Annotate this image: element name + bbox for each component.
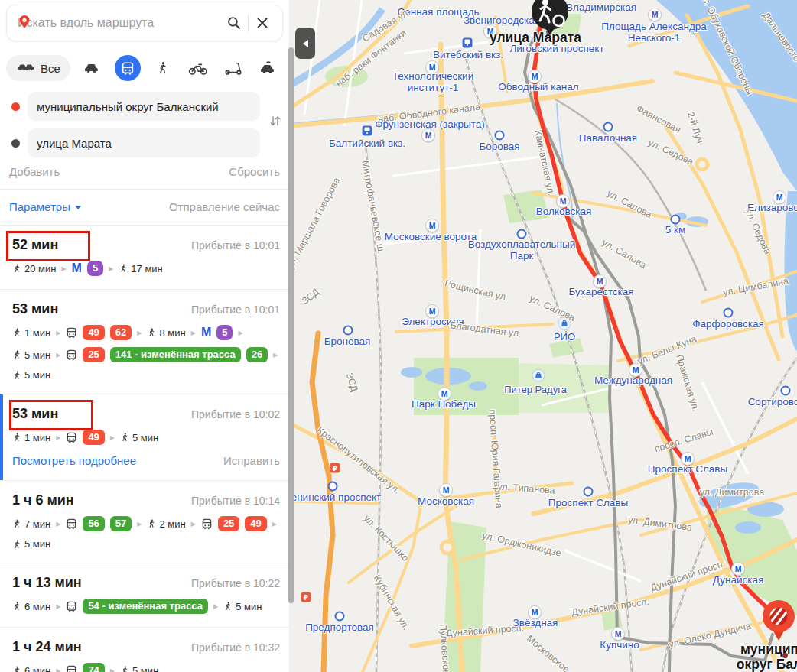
segment-arrow-icon: ▶ bbox=[110, 665, 115, 672]
walk-segment: 6 мин bbox=[12, 601, 50, 612]
destination-pin[interactable] bbox=[528, 0, 572, 40]
metro-icon[interactable]: М bbox=[593, 274, 607, 288]
transit-line-badge: 5 bbox=[87, 261, 103, 276]
tab-mode-bike[interactable] bbox=[185, 55, 211, 81]
metro-icon[interactable]: М bbox=[483, 24, 497, 38]
parking-icon[interactable]: ₽ bbox=[301, 592, 311, 602]
metro-icon[interactable]: М bbox=[425, 60, 439, 74]
origin-dot-icon bbox=[11, 102, 20, 111]
add-waypoint-button[interactable]: Добавить bbox=[9, 165, 60, 178]
route-option[interactable]: 1 ч 24 минПрибытие в 10:326 мин▶74▶5 мин bbox=[0, 627, 289, 672]
segment-arrow-icon: ▶ bbox=[137, 518, 142, 530]
metro-icon[interactable]: М bbox=[648, 8, 662, 21]
rail-icon[interactable] bbox=[462, 37, 473, 49]
metro-icon[interactable]: М bbox=[439, 483, 453, 497]
sidebar-scrollbar[interactable] bbox=[288, 47, 294, 603]
walk-segment: 1 мин bbox=[12, 432, 50, 443]
halt-icon[interactable] bbox=[603, 122, 613, 132]
metro-icon[interactable]: М bbox=[425, 219, 439, 232]
segment-arrow-icon: ▶ bbox=[56, 518, 60, 530]
departure-time-button[interactable]: Отправление сейчас bbox=[169, 200, 280, 213]
transit-line-badge: 54 - изменённая трасса bbox=[83, 599, 208, 614]
route-segments: 6 мин▶54 - изменённая трасса▶5 мин bbox=[12, 599, 280, 614]
halt-icon[interactable] bbox=[671, 215, 681, 225]
metro-icon[interactable]: М bbox=[528, 605, 542, 619]
alternative-route-line[interactable] bbox=[566, 216, 675, 672]
halt-icon[interactable] bbox=[724, 308, 734, 318]
parking-icon[interactable]: ₽ bbox=[330, 463, 340, 473]
halt-icon[interactable] bbox=[495, 131, 505, 141]
metro-icon[interactable]: М bbox=[629, 363, 642, 377]
bus-icon bbox=[66, 665, 77, 672]
route-arrival-time: Прибытие в 10:32 bbox=[191, 641, 280, 654]
transit-line-badge: 5 bbox=[216, 325, 233, 340]
route-duration: 53 мин bbox=[12, 404, 58, 423]
search-icon[interactable] bbox=[223, 12, 245, 34]
tab-mode-scooter[interactable] bbox=[220, 55, 246, 81]
segment-arrow-icon: ▶ bbox=[238, 327, 242, 339]
parameters-button[interactable]: Параметры bbox=[9, 200, 81, 213]
route-option[interactable]: 52 минПрибытие в 10:0120 мин▶М5▶17 мин bbox=[0, 225, 289, 289]
parameters-label: Параметры bbox=[9, 200, 70, 213]
origin-pin[interactable] bbox=[757, 596, 797, 647]
reset-button[interactable]: Сбросить bbox=[229, 165, 280, 178]
tab-mode-car[interactable] bbox=[80, 55, 106, 81]
route-from-input[interactable] bbox=[28, 92, 260, 121]
metro-icon[interactable]: М bbox=[421, 128, 435, 142]
halt-icon[interactable] bbox=[781, 386, 791, 396]
transit-line-badge: 49 bbox=[83, 430, 104, 445]
segment-arrow-icon: ▶ bbox=[110, 432, 115, 443]
halt-icon[interactable] bbox=[343, 326, 353, 336]
chevron-left-icon bbox=[303, 40, 308, 47]
transit-line-badge: 74 bbox=[83, 663, 104, 672]
segment-arrow-icon: ▶ bbox=[56, 327, 60, 339]
search-input[interactable] bbox=[16, 15, 223, 31]
tab-mode-transit[interactable] bbox=[115, 55, 141, 81]
segment-arrow-icon: ▶ bbox=[56, 665, 60, 672]
view-details-link[interactable]: Посмотреть подробнее bbox=[12, 454, 136, 467]
metro-icon[interactable]: М bbox=[425, 304, 439, 318]
search-bar bbox=[6, 5, 283, 41]
bus-icon bbox=[66, 518, 77, 530]
walk-segment: 5 мин bbox=[12, 349, 50, 361]
destination-dot-icon bbox=[11, 139, 20, 148]
transit-line-badge: 56 bbox=[83, 516, 104, 531]
halt-icon[interactable] bbox=[328, 482, 338, 492]
metro-icon[interactable]: М bbox=[556, 194, 570, 208]
close-icon[interactable] bbox=[252, 12, 273, 34]
metro-icon[interactable]: М bbox=[681, 452, 695, 466]
route-to-input[interactable] bbox=[28, 128, 260, 157]
route-duration: 1 ч 24 мин bbox=[12, 638, 82, 656]
metro-icon[interactable]: М bbox=[438, 387, 451, 401]
mall-icon[interactable] bbox=[558, 317, 571, 330]
swap-waypoints-icon[interactable] bbox=[269, 115, 281, 131]
metro-icon[interactable]: М bbox=[611, 627, 625, 641]
walk-segment: 1 мин bbox=[12, 327, 50, 339]
metro-icon[interactable]: М bbox=[528, 70, 542, 83]
waypoint-row-from bbox=[9, 92, 260, 121]
map-canvas[interactable]: Сенная площадьВладимирскаяулица МаратаЛи… bbox=[289, 0, 797, 672]
route-arrival-time: Прибытие в 10:22 bbox=[191, 577, 280, 589]
routes-sidebar: Все bbox=[0, 0, 290, 672]
collapse-sidebar-button[interactable] bbox=[295, 28, 315, 59]
route-option[interactable]: 1 ч 6 минПрибытие в 10:147 мин▶5657▶2 ми… bbox=[0, 480, 289, 563]
tab-mode-walk[interactable] bbox=[150, 55, 176, 81]
route-option[interactable]: 53 минПрибытие в 10:011 мин▶4962▶8 мин▶М… bbox=[0, 289, 289, 394]
tab-all-modes[interactable]: Все bbox=[6, 55, 70, 81]
route-option[interactable]: 1 ч 13 минПрибытие в 10:226 мин▶54 - изм… bbox=[0, 563, 289, 627]
bus-icon bbox=[66, 349, 77, 361]
transit-line-badge: 25 bbox=[83, 347, 104, 362]
halt-icon[interactable] bbox=[584, 487, 594, 497]
fix-route-link[interactable]: Исправить bbox=[223, 454, 280, 467]
mall-icon[interactable] bbox=[532, 369, 545, 382]
tab-mode-taxi[interactable] bbox=[255, 55, 281, 81]
halt-icon[interactable] bbox=[517, 229, 527, 239]
halt-icon[interactable] bbox=[335, 612, 345, 622]
route-option[interactable]: 53 минПрибытие в 10:021 мин▶49▶5 минПосм… bbox=[0, 394, 289, 480]
yandex-maps-app: Все bbox=[0, 0, 797, 672]
metro-icon[interactable]: М bbox=[773, 190, 786, 204]
rail-icon[interactable] bbox=[362, 125, 373, 137]
walk-segment: 5 мин bbox=[120, 665, 158, 672]
metro-icon[interactable]: М bbox=[731, 562, 745, 576]
walk-segment: 20 мин bbox=[12, 263, 56, 274]
